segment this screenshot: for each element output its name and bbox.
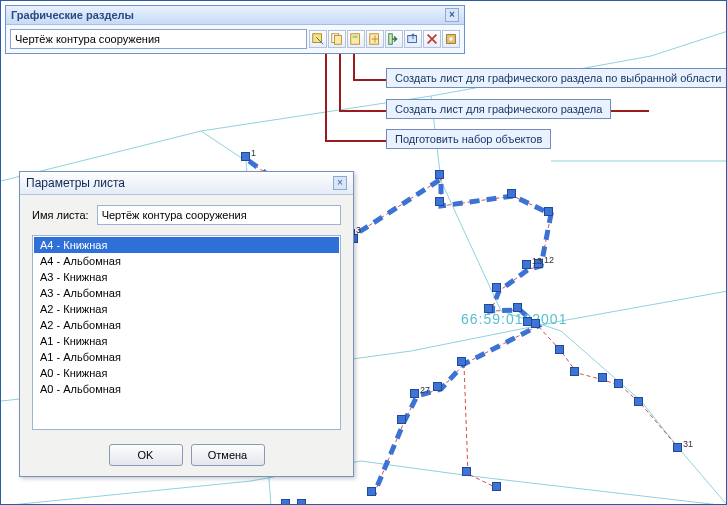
- vertex-marker[interactable]: [522, 260, 531, 269]
- svg-rect-4: [353, 36, 358, 39]
- vertex-marker[interactable]: [555, 345, 564, 354]
- vertex-marker[interactable]: [484, 304, 493, 313]
- vertex-marker[interactable]: [673, 443, 682, 452]
- vertex-marker[interactable]: [410, 389, 419, 398]
- tool-settings-icon[interactable]: [442, 30, 460, 48]
- tool-create-sheet-icon[interactable]: [347, 30, 365, 48]
- vertex-marker[interactable]: [297, 499, 306, 505]
- vertex-marker[interactable]: [531, 319, 540, 328]
- list-item[interactable]: A4 - Книжная: [34, 237, 339, 253]
- paper-size-list[interactable]: A4 - КнижнаяA4 - АльбомнаяA3 - КнижнаяA3…: [32, 235, 341, 430]
- vertex-label: 31: [683, 439, 693, 449]
- vertex-marker[interactable]: [462, 467, 471, 476]
- graphics-panel-title-text: Графические разделы: [11, 9, 134, 21]
- vertex-marker[interactable]: [513, 303, 522, 312]
- graphics-panel-title[interactable]: Графические разделы ×: [6, 6, 464, 25]
- list-item[interactable]: A0 - Книжная: [34, 365, 339, 381]
- svg-rect-2: [334, 36, 341, 45]
- tool-forward-icon[interactable]: [385, 30, 403, 48]
- vertex-marker[interactable]: [544, 207, 553, 216]
- vertex-marker[interactable]: [435, 197, 444, 206]
- list-item[interactable]: A3 - Книжная: [34, 269, 339, 285]
- sheet-params-dialog: Параметры листа × Имя листа: A4 - Книжна…: [19, 171, 354, 477]
- vertex-marker[interactable]: [457, 357, 466, 366]
- vertex-marker[interactable]: [433, 382, 442, 391]
- list-item[interactable]: A0 - Альбомная: [34, 381, 339, 397]
- vertex-marker[interactable]: [523, 317, 532, 326]
- dialog-title-text: Параметры листа: [26, 176, 125, 190]
- sheet-name-input[interactable]: [97, 205, 341, 225]
- vertex-label: 27: [420, 385, 430, 395]
- vertex-label: 12: [544, 255, 554, 265]
- tool-delete-icon[interactable]: [423, 30, 441, 48]
- vertex-marker[interactable]: [507, 189, 516, 198]
- vertex-marker[interactable]: [634, 397, 643, 406]
- tool-export-icon[interactable]: [404, 30, 422, 48]
- list-item[interactable]: A4 - Альбомная: [34, 253, 339, 269]
- tooltip-prepare-objects: Подготовить набор объектов: [386, 129, 551, 149]
- vertex-marker[interactable]: [598, 373, 607, 382]
- list-item[interactable]: A2 - Альбомная: [34, 317, 339, 333]
- svg-point-9: [449, 37, 453, 41]
- vertex-marker[interactable]: [397, 415, 406, 424]
- vertex-marker[interactable]: [241, 152, 250, 161]
- tool-create-sheet-area-icon[interactable]: [366, 30, 384, 48]
- list-item[interactable]: A1 - Альбомная: [34, 349, 339, 365]
- cancel-button[interactable]: Отмена: [191, 444, 265, 466]
- list-item[interactable]: A2 - Книжная: [34, 301, 339, 317]
- dialog-title-bar[interactable]: Параметры листа ×: [20, 172, 353, 195]
- vertex-marker[interactable]: [492, 283, 501, 292]
- vertex-marker[interactable]: [367, 487, 376, 496]
- tooltip-create-sheet-area: Создать лист для графического раздела по…: [386, 68, 727, 88]
- list-item[interactable]: A3 - Альбомная: [34, 285, 339, 301]
- ok-button[interactable]: OK: [109, 444, 183, 466]
- graphics-section-input[interactable]: [10, 29, 307, 49]
- svg-rect-3: [351, 34, 360, 45]
- list-item[interactable]: A1 - Книжная: [34, 333, 339, 349]
- vertex-label: 13: [532, 256, 542, 266]
- close-icon[interactable]: ×: [445, 8, 459, 22]
- cadastral-number: 66:59:0102001: [461, 311, 567, 327]
- vertex-marker[interactable]: [570, 367, 579, 376]
- vertex-marker[interactable]: [281, 499, 290, 505]
- dialog-close-icon[interactable]: ×: [333, 176, 347, 190]
- tool-prepare-objects-icon[interactable]: [328, 30, 346, 48]
- vertex-label: 1: [251, 148, 256, 158]
- graphics-panel: Графические разделы ×: [5, 5, 465, 54]
- vertex-marker[interactable]: [492, 482, 501, 491]
- vertex-marker[interactable]: [435, 170, 444, 179]
- graphics-toolbar: [309, 30, 460, 48]
- tooltip-create-sheet: Создать лист для графического раздела: [386, 99, 611, 119]
- sheet-name-label: Имя листа:: [32, 209, 89, 221]
- vertex-marker[interactable]: [614, 379, 623, 388]
- tool-select-icon[interactable]: [309, 30, 327, 48]
- svg-rect-6: [389, 34, 393, 45]
